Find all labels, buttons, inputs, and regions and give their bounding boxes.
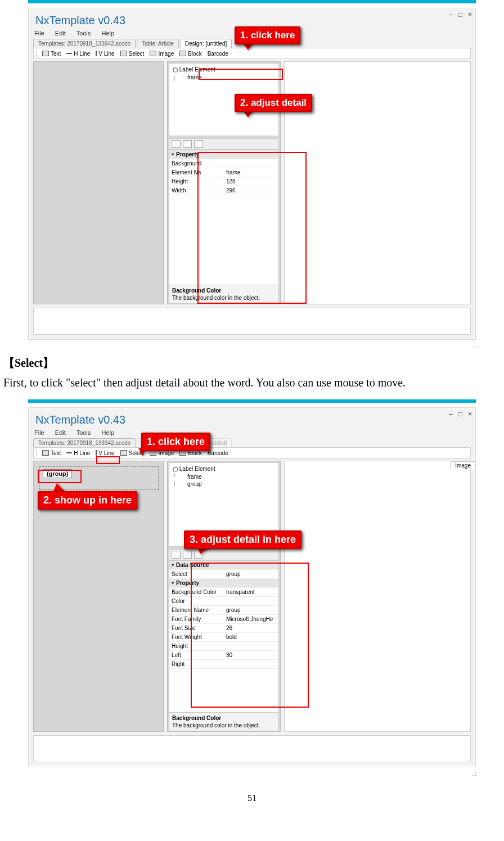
menu-tools[interactable]: Tools bbox=[76, 30, 91, 37]
tool-text[interactable]: Text bbox=[42, 50, 61, 57]
tool-block[interactable]: Block bbox=[179, 50, 201, 57]
menu-edit[interactable]: Edit bbox=[55, 429, 66, 436]
tab-design[interactable]: Design: [untitled] bbox=[180, 39, 232, 48]
tree-item-group[interactable]: group bbox=[187, 480, 275, 488]
status-area bbox=[33, 735, 471, 762]
page-number: 51 bbox=[0, 773, 504, 815]
highlight-select-tool bbox=[96, 456, 120, 464]
callout-3b: 3. adjust detail in here bbox=[184, 530, 302, 549]
callout-1: 1. click here bbox=[235, 26, 300, 44]
propgrid-mode-az-icon[interactable] bbox=[183, 551, 192, 559]
tool-vline[interactable]: V Line bbox=[96, 449, 114, 456]
menu-tools[interactable]: Tools bbox=[76, 429, 91, 436]
tool-hline[interactable]: H Line bbox=[66, 50, 90, 57]
close-icon[interactable]: × bbox=[468, 11, 472, 19]
highlight-property-grid bbox=[197, 152, 307, 304]
preview-panel: Image bbox=[284, 461, 471, 732]
tool-select[interactable]: Select bbox=[120, 50, 145, 57]
propgrid-mode-pages-icon[interactable] bbox=[194, 140, 203, 148]
tool-hline[interactable]: H Line bbox=[66, 449, 90, 456]
menu-file[interactable]: File bbox=[34, 30, 44, 37]
menu-edit[interactable]: Edit bbox=[55, 30, 66, 37]
callout-2: 2. adjust detail bbox=[235, 94, 312, 112]
canvas-panel bbox=[33, 61, 164, 304]
tool-text[interactable]: Text bbox=[42, 449, 61, 456]
tool-image[interactable]: Image bbox=[150, 50, 174, 57]
tab-templates[interactable]: Templates: 20170918_133942.accdb bbox=[33, 438, 136, 447]
callout-2b: 2. show up in here bbox=[38, 491, 137, 510]
tool-barcode[interactable]: Barcode bbox=[208, 449, 228, 456]
status-area bbox=[33, 308, 471, 335]
highlight-property-grid-2 bbox=[191, 563, 309, 708]
resize-handle-icon: ..: bbox=[472, 343, 476, 349]
app-window-2: NxTemplate v0.43 – □ × File Edit Tools H… bbox=[28, 407, 476, 767]
tab-image[interactable]: Image bbox=[450, 461, 476, 469]
section-paragraph: First, to click "select" then adjust det… bbox=[3, 376, 501, 389]
top-accent-bar-2 bbox=[28, 399, 476, 403]
maximize-icon[interactable]: □ bbox=[458, 11, 462, 19]
propgrid-toolbar bbox=[169, 138, 279, 150]
top-accent-bar bbox=[28, 0, 476, 3]
menu-help[interactable]: Help bbox=[101, 30, 114, 37]
menu-help[interactable]: Help bbox=[101, 429, 114, 436]
propgrid-mode-cat-icon[interactable] bbox=[172, 140, 181, 148]
resize-handle-icon: ..: bbox=[472, 771, 476, 777]
tab-table[interactable]: Table: Article bbox=[137, 39, 179, 48]
close-icon[interactable]: × bbox=[468, 410, 472, 418]
app-title: NxTemplate v0.43 bbox=[29, 408, 475, 429]
propgrid-mode-az-icon[interactable] bbox=[183, 140, 192, 148]
minimize-icon[interactable]: – bbox=[449, 410, 453, 418]
minimize-icon[interactable]: – bbox=[449, 11, 453, 19]
tree-item-frame[interactable]: frame bbox=[187, 473, 275, 481]
tool-vline[interactable]: V Line bbox=[96, 50, 114, 57]
maximize-icon[interactable]: □ bbox=[458, 410, 462, 418]
window-controls: – □ × bbox=[449, 11, 472, 19]
section-heading-select: 【Select】 bbox=[3, 356, 504, 371]
highlight-frame-tree bbox=[199, 69, 283, 80]
highlight-group-element bbox=[38, 470, 82, 483]
app-window-1: NxTemplate v0.43 – □ × File Edit Tools H… bbox=[28, 8, 476, 340]
tool-barcode[interactable]: Barcode bbox=[208, 50, 228, 57]
menu-file[interactable]: File bbox=[34, 429, 44, 436]
callout-1b: 1. click here bbox=[141, 433, 210, 451]
propgrid-mode-cat-icon[interactable] bbox=[172, 551, 181, 559]
tab-templates[interactable]: Templates: 20170918_133942.accdb bbox=[33, 39, 136, 48]
